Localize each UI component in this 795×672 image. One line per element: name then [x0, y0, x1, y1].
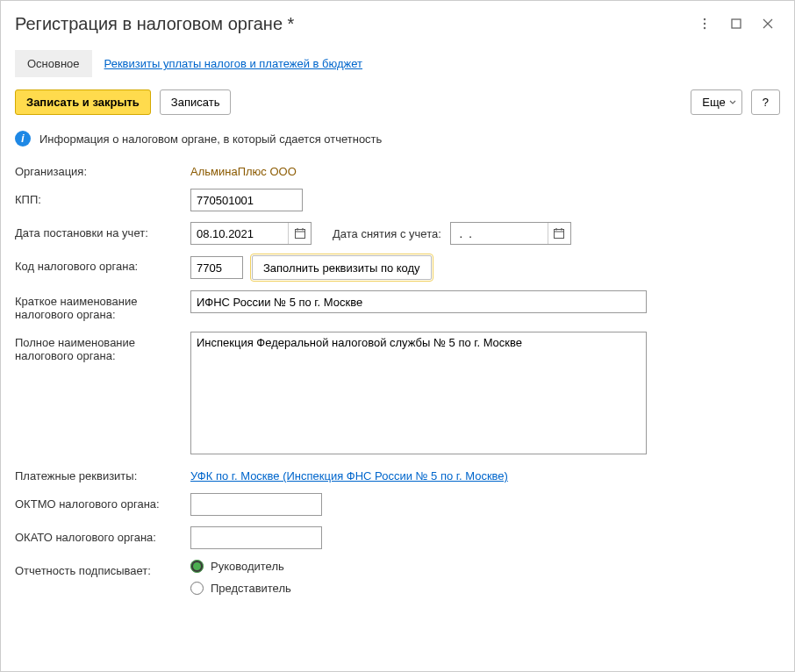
close-icon[interactable]: [756, 11, 780, 36]
tab-requisites[interactable]: Реквизиты уплаты налогов и платежей в бю…: [92, 50, 375, 77]
deregistration-date-field: [450, 222, 571, 245]
maximize-icon[interactable]: [724, 11, 748, 36]
save-button[interactable]: Записать: [160, 89, 232, 115]
window-title: Регистрация в налоговом органе *: [15, 14, 692, 34]
registration-date-input[interactable]: [191, 223, 288, 244]
chevron-down-icon: [729, 96, 736, 109]
info-icon: i: [15, 131, 31, 147]
label-oktmo: ОКТМО налогового органа:: [15, 493, 190, 511]
window: Регистрация в налоговом органе * Основно…: [0, 0, 795, 672]
help-button[interactable]: ?: [751, 89, 780, 115]
label-tax-code: Код налогового органа:: [15, 255, 190, 273]
okato-input[interactable]: [190, 526, 322, 549]
form: Организация: АльминаПлюс ООО КПП: Дата п…: [1, 161, 794, 595]
registration-date-field: [190, 222, 312, 245]
more-button[interactable]: Еще: [691, 89, 741, 115]
svg-point-1: [704, 23, 705, 25]
tabs: Основное Реквизиты уплаты налогов и плат…: [1, 50, 794, 77]
tax-code-input[interactable]: [190, 256, 243, 279]
oktmo-input[interactable]: [190, 493, 322, 516]
fill-by-code-button[interactable]: Заполнить реквизиты по коду: [252, 255, 432, 280]
deregistration-date-input[interactable]: [451, 223, 548, 244]
label-okato: ОКАТО налогового органа:: [15, 526, 190, 544]
organization-value[interactable]: АльминаПлюс ООО: [190, 161, 297, 178]
signer-radio-group: Руководитель Представитель: [190, 560, 291, 595]
titlebar: Регистрация в налоговом органе *: [1, 1, 794, 43]
svg-rect-10: [555, 230, 564, 239]
label-organization: Организация:: [15, 161, 190, 178]
kpp-input[interactable]: [190, 189, 303, 211]
info-text: Информация о налоговом органе, в который…: [39, 132, 382, 146]
radio-director-input[interactable]: [190, 560, 204, 573]
label-deregistration-date: Дата снятия с учета:: [333, 227, 441, 240]
save-close-button[interactable]: Записать и закрыть: [15, 89, 151, 115]
svg-point-0: [704, 18, 705, 20]
more-button-label: Еще: [702, 96, 725, 109]
label-full-name: Полное наименование налогового органа:: [15, 332, 190, 362]
calendar-icon[interactable]: [288, 223, 311, 244]
radio-representative-input[interactable]: [190, 582, 204, 595]
svg-point-2: [704, 27, 705, 29]
full-name-textarea[interactable]: Инспекция Федеральной налоговой службы №…: [190, 332, 647, 454]
kebab-menu-icon[interactable]: [692, 11, 717, 36]
payment-details-link[interactable]: УФК по г. Москве (Инспекция ФНС России №…: [190, 465, 508, 483]
label-kpp: КПП:: [15, 189, 190, 206]
radio-representative[interactable]: Представитель: [190, 582, 291, 595]
toolbar: Записать и закрыть Записать Еще ?: [1, 77, 794, 125]
label-payment-details: Платежные реквизиты:: [15, 465, 190, 483]
svg-rect-3: [732, 19, 741, 28]
radio-director-label: Руководитель: [211, 560, 284, 573]
svg-rect-6: [295, 230, 304, 239]
info-row: i Информация о налоговом органе, в котор…: [1, 125, 794, 161]
radio-representative-label: Представитель: [211, 582, 291, 595]
label-registration-date: Дата постановки на учет:: [15, 222, 190, 239]
calendar-icon[interactable]: [548, 223, 570, 244]
label-short-name: Краткое наименование налогового органа:: [15, 290, 190, 321]
label-signer: Отчетность подписывает:: [15, 560, 190, 577]
radio-director[interactable]: Руководитель: [190, 560, 291, 573]
short-name-input[interactable]: [190, 290, 647, 313]
tab-main[interactable]: Основное: [15, 50, 92, 77]
